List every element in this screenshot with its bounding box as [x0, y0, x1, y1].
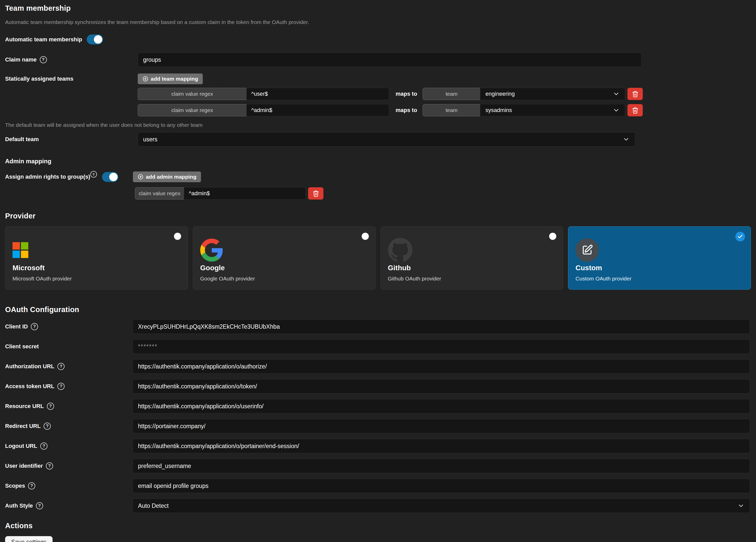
team-select[interactable]: engineering: [480, 88, 625, 100]
google-logo-icon: [200, 238, 223, 261]
team-select-value: sysadmins: [485, 107, 512, 113]
provider-card-custom[interactable]: Custom Custom OAuth provider: [568, 226, 751, 290]
client-secret-input[interactable]: [133, 340, 750, 354]
access-token-url-input[interactable]: [133, 379, 750, 394]
statically-assigned-teams-label: Statically assigned teams: [5, 75, 73, 82]
claim-value-regex-addon: claim value regex: [138, 88, 246, 100]
delete-admin-mapping-button[interactable]: [308, 187, 323, 199]
team-select[interactable]: sysadmins: [480, 104, 625, 116]
provider-card-google[interactable]: Google Google OAuth provider: [193, 226, 376, 290]
authorization-url-input[interactable]: [133, 359, 750, 374]
team-addon: team: [423, 88, 480, 100]
maps-to-label: maps to: [396, 107, 417, 113]
provider-card-title: Microsoft: [12, 264, 45, 272]
auth-style-value: Auto Detect: [138, 502, 169, 509]
trash-icon: [632, 107, 639, 114]
default-team-row: Default team users: [5, 132, 751, 146]
help-icon[interactable]: ?: [40, 56, 47, 63]
default-team-select[interactable]: users: [138, 132, 635, 146]
logout-url-label: Logout URL: [5, 443, 37, 449]
team-membership-section: Team membership Automatic team membershi…: [5, 4, 751, 199]
team-mappings-list: claim value regex maps to team engineeri…: [138, 88, 643, 116]
help-icon[interactable]: ?: [31, 323, 38, 330]
claim-value-regex-input[interactable]: [246, 88, 389, 100]
field-label-col: Authorization URL ?: [5, 363, 133, 370]
admin-claim-regex-input[interactable]: [184, 187, 306, 199]
team-mapping-row: claim value regex maps to team engineeri…: [138, 88, 643, 100]
field-label-col: Resource URL ?: [5, 403, 133, 410]
save-settings-button[interactable]: Save settings: [5, 536, 53, 542]
provider-card-title: Custom: [575, 264, 602, 272]
help-icon[interactable]: ?: [40, 443, 47, 450]
provider-card-description: Google OAuth provider: [200, 276, 255, 282]
claim-name-label: Claim name: [5, 56, 37, 63]
github-logo-icon: [388, 238, 412, 262]
assign-admin-toggle[interactable]: [102, 172, 118, 182]
scopes-input[interactable]: [133, 479, 750, 493]
help-icon[interactable]: ?: [44, 423, 51, 430]
client-secret-label: Client secret: [5, 343, 39, 350]
plus-circle-icon: [137, 174, 144, 180]
claim-name-row: Claim name ?: [5, 53, 751, 67]
client-id-label: Client ID: [5, 323, 28, 330]
help-icon[interactable]: ?: [28, 482, 35, 489]
redirect-url-input[interactable]: [133, 419, 750, 433]
team-membership-description: Automatic team membership synchronizes t…: [5, 19, 751, 25]
actions-section: Actions Save settings: [5, 522, 751, 542]
help-icon[interactable]: ?: [90, 171, 97, 177]
claim-value-regex-addon: claim value regex: [135, 187, 184, 199]
scopes-label: Scopes: [5, 483, 25, 489]
add-team-mapping-label: add team mapping: [151, 76, 198, 82]
help-icon[interactable]: ?: [47, 403, 54, 410]
trash-icon: [312, 190, 319, 197]
automatic-team-membership-toggle[interactable]: [87, 34, 103, 44]
provider-radio[interactable]: [549, 233, 556, 240]
provider-radio[interactable]: [174, 233, 181, 240]
claim-name-label-col: Claim name ?: [5, 56, 138, 63]
team-mappings-column: add team mapping claim value regex maps …: [138, 73, 643, 116]
add-team-mapping-button[interactable]: add team mapping: [138, 73, 203, 84]
toggle-knob: [94, 35, 102, 44]
user-identifier-input[interactable]: [133, 459, 750, 473]
help-icon[interactable]: ?: [36, 502, 43, 509]
statically-assigned-teams-row: Statically assigned teams add team mappi…: [5, 73, 751, 116]
actions-title: Actions: [5, 522, 751, 530]
client-id-input[interactable]: [133, 320, 750, 334]
assign-admin-label: Assign admin rights to group(s): [5, 173, 90, 180]
field-label-col: Scopes ?: [5, 482, 133, 489]
selected-check-badge: [735, 232, 745, 241]
oauth-field-row-authorization-url: Authorization URL ?: [5, 359, 751, 374]
oauth-configuration-title: OAuth Configuration: [5, 306, 751, 314]
automatic-team-membership-row: Automatic team membership: [5, 34, 751, 44]
automatic-team-membership-label: Automatic team membership: [5, 36, 82, 43]
team-mapping-row: claim value regex maps to team sysadmins: [138, 104, 643, 116]
team-select-value: engineering: [485, 91, 515, 97]
oauth-field-row-auth-style: Auth Style ? Auto Detect: [5, 499, 751, 513]
provider-card-github[interactable]: Github Github OAuth provider: [381, 226, 563, 290]
chevron-down-icon: [737, 502, 745, 509]
provider-card-microsoft[interactable]: Microsoft Microsoft OAuth provider: [5, 226, 188, 290]
delete-mapping-button[interactable]: [627, 88, 643, 100]
claim-value-regex-input[interactable]: [246, 104, 389, 116]
help-icon[interactable]: ?: [57, 383, 65, 390]
oauth-field-row-client-secret: Client secret: [5, 340, 751, 354]
chevron-down-icon: [623, 136, 630, 143]
provider-card-description: Custom OAuth provider: [575, 276, 631, 282]
trash-icon: [632, 91, 639, 97]
logout-url-input[interactable]: [133, 439, 750, 453]
oauth-field-row-redirect-url: Redirect URL ?: [5, 419, 751, 433]
assign-admin-row: Assign admin rights to group(s) ? add ad…: [5, 171, 751, 182]
auth-style-select[interactable]: Auto Detect: [133, 499, 750, 513]
field-label-col: User identifier ?: [5, 462, 133, 470]
claim-name-input[interactable]: [138, 53, 641, 67]
add-admin-mapping-button[interactable]: add admin mapping: [133, 171, 201, 182]
delete-mapping-button[interactable]: [627, 104, 643, 116]
help-icon[interactable]: ?: [57, 363, 65, 370]
provider-card-title: Github: [388, 264, 411, 272]
resource-url-input[interactable]: [133, 399, 750, 413]
team-addon: team: [423, 104, 480, 116]
user-identifier-label: User identifier: [5, 463, 43, 469]
provider-radio[interactable]: [362, 233, 369, 240]
help-icon[interactable]: ?: [46, 462, 53, 470]
oauth-field-row-resource-url: Resource URL ?: [5, 399, 751, 413]
